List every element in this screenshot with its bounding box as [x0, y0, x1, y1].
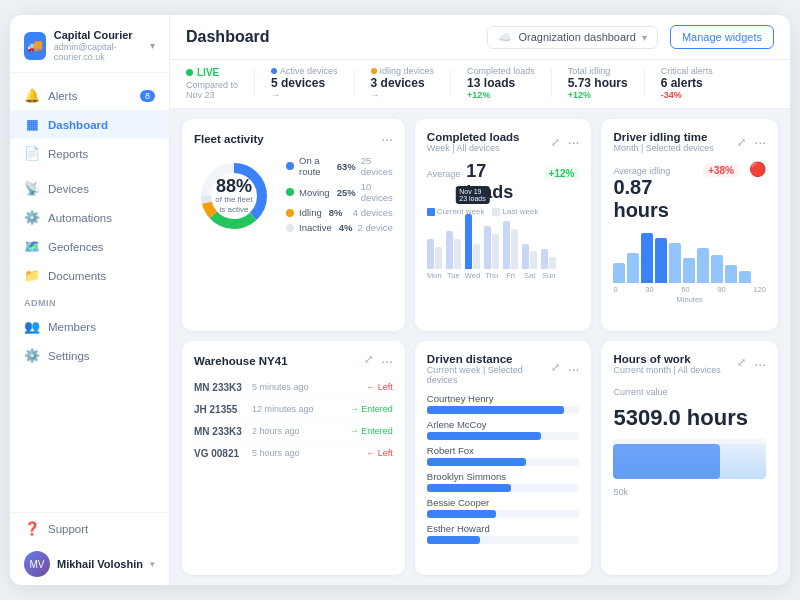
hours-subtitle: Current month | All devices: [613, 365, 720, 375]
table-row: MN 233K3 2 hours ago → Entered: [194, 421, 393, 443]
hours-current-value: 5309.0 hours: [613, 405, 766, 431]
hours-expand-icon[interactable]: ⤢: [737, 356, 746, 372]
org-select-label: Oragnization dashboard: [518, 31, 635, 43]
live-badge: LIVE: [186, 67, 238, 78]
warehouse-expand-icon[interactable]: ⤢: [364, 353, 373, 369]
driver-menu-icon[interactable]: ···: [754, 134, 766, 150]
avatar: MV: [24, 551, 50, 577]
devices-icon: 📡: [24, 181, 40, 196]
expand-icon[interactable]: ⤢: [551, 136, 560, 149]
fleet-menu-icon[interactable]: ···: [381, 131, 393, 147]
live-stat-active: Active devices 5 devices →: [271, 66, 338, 100]
live-stat-critical: Critical alerts 6 alerts -34%: [661, 66, 713, 100]
live-bar: LIVE Compared to Nov 23 Active devices 5…: [170, 60, 790, 109]
warehouse-menu-icon[interactable]: ···: [381, 353, 393, 369]
avg-label: Average: [427, 169, 460, 179]
live-compared: Compared to Nov 23: [186, 80, 238, 100]
automations-icon: ⚙️: [24, 210, 40, 225]
documents-icon: 📁: [24, 268, 40, 283]
driven-distance-subtitle: Current week | Selected devices: [427, 365, 551, 385]
table-row: VG 00821 5 hours ago ← Left: [194, 443, 393, 464]
manage-widgets-button[interactable]: Manage widgets: [670, 25, 774, 49]
hours-title: Hours of work: [613, 353, 720, 365]
company-name: Capital Courier: [54, 29, 142, 42]
driver-expand-icon[interactable]: ⤢: [737, 136, 746, 149]
live-stat-idling: Idling devices 3 devices →: [371, 66, 435, 100]
loads-pct: +12%: [544, 167, 580, 180]
sidebar-nav: 🔔 Alerts 8 ▦ Dashboard 📄 Reports 📡 Devic…: [10, 73, 169, 378]
sidebar-item-devices[interactable]: 📡 Devices: [10, 174, 169, 203]
driver-idling-card: Driver idling time Month | Selected devi…: [601, 119, 778, 331]
idling-pct: +38%: [703, 164, 739, 177]
user-name: Mikhail Voloshin: [57, 558, 143, 570]
avg-idling-value: 0.87 hours: [613, 176, 689, 222]
driven-menu-icon[interactable]: ···: [568, 361, 580, 377]
page-title: Dashboard: [186, 28, 475, 46]
fleet-activity-card: Fleet activity ···: [182, 119, 405, 331]
chevron-down-icon: ▾: [642, 32, 647, 43]
driver-idling-title: Driver idling time: [613, 131, 713, 143]
driven-distance-title: Driven distance: [427, 353, 551, 365]
logo-icon: 🚚: [24, 32, 46, 60]
org-select[interactable]: ☁️ Oragnization dashboard ▾: [487, 26, 657, 49]
sidebar-item-reports[interactable]: 📄 Reports: [10, 139, 169, 168]
warehouse-title: Warehouse NY41: [194, 355, 288, 367]
completed-loads-title: Completed loads: [427, 131, 520, 143]
sidebar-item-alerts[interactable]: 🔔 Alerts 8: [10, 81, 169, 110]
bell-icon: 🔔: [24, 88, 40, 103]
axis-label: 50k: [613, 487, 766, 497]
live-stat-completed: Completed loads 13 loads +12%: [467, 66, 535, 100]
alerts-badge: 8: [140, 90, 155, 102]
warehouse-card: Warehouse NY41 ⤢ ··· MN 233K3 5 minutes …: [182, 341, 405, 576]
dashboard-grid: Fleet activity ···: [170, 109, 790, 585]
avg-idling-label: Average idling: [613, 166, 689, 176]
fleet-legend: On a route63%25 devices Moving25%10 devi…: [286, 155, 393, 237]
user-profile[interactable]: MV Mikhail Voloshin ▾: [10, 543, 169, 585]
geofences-icon: 🗺️: [24, 239, 40, 254]
user-chevron[interactable]: ▾: [150, 559, 155, 569]
fleet-donut: 88% of the fleetis active: [194, 156, 274, 236]
company-email: admin@capital-courier.co.uk: [54, 42, 142, 62]
driver-idling-subtitle: Month | Selected devices: [613, 143, 713, 153]
completed-loads-subtitle: Week | All devices: [427, 143, 520, 153]
sidebar-item-members[interactable]: 👥 Members: [10, 312, 169, 341]
hours-menu-icon[interactable]: ···: [754, 356, 766, 372]
settings-icon: ⚙️: [24, 348, 40, 363]
completed-loads-card: Completed loads Week | All devices ⤢ ···…: [415, 119, 592, 331]
diamond-icon: 🔴: [749, 161, 766, 177]
sidebar: 🚚 Capital Courier admin@capital-courier.…: [10, 15, 170, 585]
sidebar-logo: 🚚 Capital Courier admin@capital-courier.…: [10, 15, 169, 73]
reports-icon: 📄: [24, 146, 40, 161]
driven-expand-icon[interactable]: ⤢: [551, 361, 560, 377]
minutes-label: Minutes: [613, 295, 766, 304]
hours-of-work-card: Hours of work Current month | All device…: [601, 341, 778, 576]
cloud-icon: ☁️: [498, 31, 512, 44]
live-dot: [186, 69, 193, 76]
sidebar-item-geofences[interactable]: 🗺️ Geofences: [10, 232, 169, 261]
hours-current-label: Current value: [613, 387, 766, 397]
table-row: MN 233K3 5 minutes ago ← Left: [194, 377, 393, 399]
dashboard-icon: ▦: [24, 117, 40, 132]
fleet-activity-title: Fleet activity: [194, 133, 264, 145]
topbar: Dashboard ☁️ Oragnization dashboard ▾ Ma…: [170, 15, 790, 60]
support-icon: ❓: [24, 521, 40, 536]
driven-distance-rows: Courtney Henry Arlene McCoy Robert Fox B…: [427, 393, 580, 544]
driven-distance-card: Driven distance Current week | Selected …: [415, 341, 592, 576]
live-stat-total-idling: Total idling 5.73 hours +12%: [568, 66, 628, 100]
fleet-pct: 88%: [215, 177, 252, 195]
sidebar-item-automations[interactable]: ⚙️ Automations: [10, 203, 169, 232]
table-row: JH 21355 12 minutes ago → Entered: [194, 399, 393, 421]
sidebar-item-documents[interactable]: 📁 Documents: [10, 261, 169, 290]
sidebar-item-support[interactable]: ❓ Support: [10, 512, 169, 543]
sidebar-item-settings[interactable]: ⚙️ Settings: [10, 341, 169, 370]
admin-section-label: ADMIN: [10, 290, 169, 312]
sidebar-item-dashboard[interactable]: ▦ Dashboard: [10, 110, 169, 139]
members-icon: 👥: [24, 319, 40, 334]
main-content: Dashboard ☁️ Oragnization dashboard ▾ Ma…: [170, 15, 790, 585]
fleet-sub: of the fleetis active: [215, 195, 252, 214]
warehouse-rows: MN 233K3 5 minutes ago ← Left JH 21355 1…: [194, 377, 393, 464]
logo-chevron[interactable]: ▾: [150, 40, 155, 51]
loads-menu-icon[interactable]: ···: [568, 134, 580, 150]
